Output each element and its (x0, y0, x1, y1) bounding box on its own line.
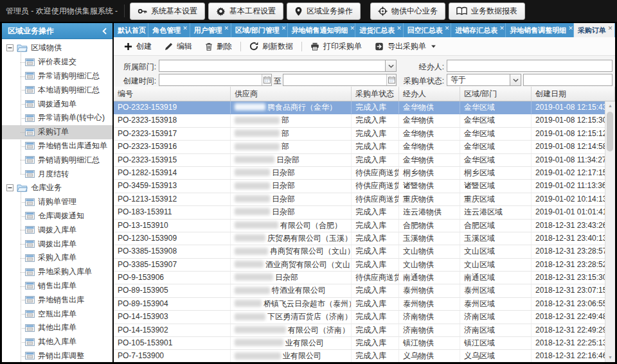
create-button[interactable]: 创建 (118, 39, 158, 54)
tree-folder-1[interactable]: 仓库业务 (2, 181, 112, 195)
tree-item-0-2[interactable]: 本地请购明细汇总 (2, 83, 112, 97)
tree-item-0-5[interactable]: 采购订单 (2, 125, 112, 139)
scrollbar-thumb[interactable] (607, 112, 613, 152)
tree-item-0-0[interactable]: 评价表提交 (2, 55, 112, 69)
cell-status: 完成入库 (355, 103, 386, 112)
close-icon[interactable]: ✕ (282, 25, 287, 31)
tree-item-0-4[interactable]: 异常请购单(转中心) (2, 111, 112, 125)
tree-folder-0[interactable]: 区域物供 (2, 41, 112, 55)
tree-item-1-8[interactable]: 空瓶出库单 (2, 307, 112, 321)
edit-button[interactable]: 编辑 (158, 39, 199, 54)
topbar-button-supply-center-business[interactable]: 物供中心业务 (370, 3, 445, 20)
tree-item-0-1[interactable]: 异常请购明细汇总 (2, 69, 112, 83)
table-row[interactable]: PO-3385-153908冉商贸有限公司（文山）完成入库文山物供文山区域201… (114, 245, 605, 258)
table-row[interactable]: PO-1213-153912日杂部待供应商送货重庆物供重庆区域2019-01-0… (114, 193, 605, 206)
table-row[interactable]: PO-1282-153914日杂部待供应商送货桐乡物供桐乡区域2019-01-0… (114, 167, 605, 180)
tree-item-0-6[interactable]: 异地销售出库通知单 (2, 139, 112, 153)
table-row[interactable]: PO-3385-153907酒业商贸有限公司（文山）完成入库文山物供文山区域20… (114, 259, 605, 272)
column-header-4[interactable]: 区域/部门 (460, 87, 532, 101)
topbar-button-system-settings[interactable]: 系统基本设置 (130, 3, 205, 20)
tab-label: 异地销售通知明细 (292, 26, 348, 35)
date-from-input[interactable] (159, 74, 272, 86)
redacted-supplier-block (235, 143, 280, 150)
table-row[interactable]: PO-2323-153918部完成入库金华物供金华区域2019-01-08 12… (114, 114, 605, 127)
table-row[interactable]: PO-89-153905特酒业有限公司完成入库泰州物供泰州区域2018-12-3… (114, 284, 605, 297)
topbar-button-basic-project-settings[interactable]: 基本工程设置 (208, 3, 283, 20)
tree-item-1-7[interactable]: 异地销售出库 (2, 293, 112, 307)
close-icon[interactable]: ✕ (183, 25, 188, 31)
calendar-icon[interactable] (262, 74, 271, 85)
tab-8[interactable]: 异地销售调整明细✕ (506, 23, 574, 37)
date-to-input[interactable] (283, 74, 397, 86)
table-row[interactable]: PO-2323-153917部完成入库金华物供金华区域2019-01-08 12… (114, 128, 605, 141)
topbar-button-business-reports[interactable]: 业务数据报表 (449, 3, 525, 20)
table-row[interactable]: PO-3459-153913日杂部待供应商送货诸暨物供诸暨区域2019-01-0… (114, 180, 605, 193)
tree-item-1-4[interactable]: 采购入库单 (2, 251, 112, 265)
tree-item-1-5[interactable]: 异地采购入库单 (2, 265, 112, 279)
column-header-1[interactable]: 供应商 (231, 87, 352, 101)
close-icon[interactable]: ✕ (608, 25, 613, 31)
tab-7[interactable]: 进销存汇总表✕ (451, 23, 506, 37)
tab-1[interactable]: 角色管理✕ (148, 23, 190, 37)
operator-filter-input[interactable] (447, 60, 613, 72)
close-icon[interactable]: ✕ (568, 25, 573, 31)
delete-button[interactable]: 删除 (199, 39, 238, 54)
close-icon[interactable]: ✕ (224, 25, 229, 31)
table-row[interactable]: PO-2323-153916部完成入库金华物供金华区域2019-01-08 12… (114, 141, 605, 153)
close-icon[interactable]: ✕ (397, 25, 402, 31)
table-row[interactable]: PO-13-153910有限公司（合肥）完成入库合肥物供合肥区域2018-12-… (114, 220, 605, 232)
column-header-2[interactable]: 采购单状态 (352, 87, 399, 101)
table-row[interactable]: PO-7-153900业有限公司完成入库义乌物供义乌区域2018-12-31 2… (114, 350, 605, 362)
column-header-5[interactable]: 创建日期 (532, 87, 615, 101)
tab-3[interactable]: 区域/部门管理✕ (231, 23, 288, 37)
scroll-down-icon[interactable]: ▼ (605, 353, 615, 362)
topbar-button-region-business[interactable]: 区域业务操作 (287, 3, 361, 20)
table-row[interactable]: PO-105-153901业有限公司完成入库镇江物供镇江区域2018-12-31… (114, 337, 605, 350)
dept-filter-select[interactable] (159, 60, 397, 72)
tab-4[interactable]: 异地销售通知明细✕ (288, 23, 356, 37)
tree-item-1-0[interactable]: 请购单管理 (2, 195, 112, 209)
tab-6[interactable]: 回空汇总表✕ (404, 23, 452, 37)
table-row[interactable]: PO-9-153906日杂部待供应商送货南通物供南通区域2018-12-31 2… (114, 272, 605, 284)
tree-item-1-11[interactable]: 异销出库调整 (2, 349, 112, 362)
table-row[interactable]: PO-2323-153919腾食品商行（金华）完成入库金华物供金华区域2019-… (114, 101, 605, 114)
chevron-left-icon[interactable] (102, 28, 107, 35)
close-icon[interactable]: ✕ (350, 25, 355, 31)
print-po-button[interactable]: 打印采购单 (304, 39, 368, 54)
table-row[interactable]: PO-183-153911日杂部完成入库连云港物供连云港区域2019-01-01… (114, 206, 605, 219)
cell-created: 2018-12-31 23:28:57 (535, 247, 605, 256)
export-po-button[interactable]: 导出采购单 (368, 39, 442, 54)
close-icon[interactable]: ✕ (445, 25, 450, 31)
table-row[interactable]: PO-89-153904桥镇飞云日杂超市（泰州）完成入库泰州物供泰州区域2018… (114, 298, 605, 311)
combo-arrow-icon[interactable] (385, 60, 396, 71)
tree-item-1-6[interactable]: 销售出库单 (2, 279, 112, 293)
tree-item-1-10[interactable]: 其他入库单 (2, 335, 112, 349)
column-header-3[interactable]: 经办人 (399, 87, 460, 101)
scroll-up-icon[interactable]: ▲ (605, 101, 615, 110)
close-icon[interactable]: ✕ (499, 25, 505, 31)
status-filter-input[interactable] (523, 74, 613, 86)
tree-item-1-1[interactable]: 仓库调拨通知 (2, 209, 112, 223)
tab-0[interactable]: 默认首页 (114, 23, 148, 37)
table-row[interactable]: PO-14-153902有限公司（济南）完成入库济南物供济南区域2018-12-… (114, 324, 605, 337)
tab-5[interactable]: 进货汇总表✕ (355, 23, 404, 37)
redacted-supplier-block (235, 208, 270, 215)
minus-box-icon[interactable] (6, 184, 13, 191)
tree-item-1-9[interactable]: 其他出库单 (2, 321, 112, 335)
grid-scrollbar[interactable]: ▲ ▼ (605, 101, 615, 362)
table-row[interactable]: PO-14-153903下区勇清百货店（济南）完成入库济南物供济南区域2018-… (114, 311, 605, 324)
tab-2[interactable]: 用户管理✕ (190, 23, 231, 37)
table-row[interactable]: PO-1230-153909庆贸易有限公司（玉溪）完成入库玉溪物供玉溪区域201… (114, 232, 605, 245)
table-row[interactable]: PO-2323-153915日杂部完成入库金华物供金华区域2019-01-08 … (114, 154, 605, 167)
tree-item-0-3[interactable]: 调拨通知单 (2, 97, 112, 111)
tree-item-0-7[interactable]: 异销请购明细汇总 (2, 153, 112, 167)
tree-item-1-2[interactable]: 调拨入库单 (2, 223, 112, 237)
minus-box-icon[interactable] (6, 44, 13, 51)
tab-active-9[interactable]: 采购订单✕ (574, 23, 615, 37)
combo-arrow-icon[interactable] (510, 74, 521, 85)
column-header-0[interactable]: 编号 (114, 87, 231, 101)
tree-item-1-3[interactable]: 调拨出库单 (2, 237, 112, 251)
refresh-button[interactable]: 刷新数据 (243, 39, 300, 54)
tree-item-0-8[interactable]: 月度结转 (2, 167, 112, 181)
status-operator-select[interactable]: 等于 (447, 74, 521, 86)
